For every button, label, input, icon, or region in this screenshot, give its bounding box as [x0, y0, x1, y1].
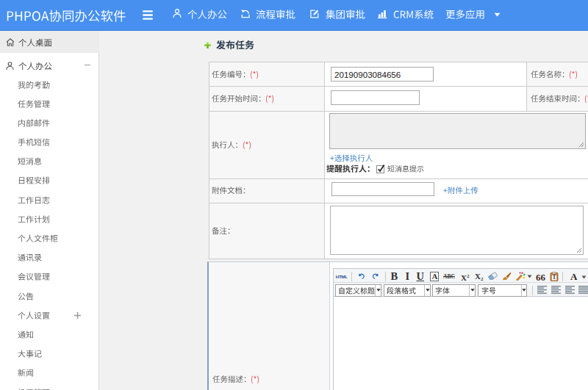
svg-text:T: T	[552, 274, 556, 281]
